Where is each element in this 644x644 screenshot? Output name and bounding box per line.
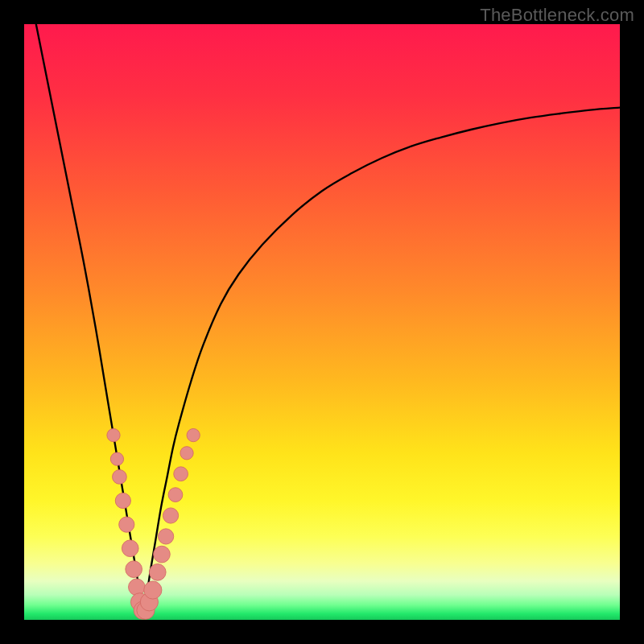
data-marker <box>180 447 193 460</box>
data-marker <box>187 428 200 441</box>
data-marker <box>154 546 171 563</box>
watermark-text: TheBottleneck.com <box>480 5 634 26</box>
data-marker <box>110 452 123 465</box>
data-marker <box>168 488 183 502</box>
data-marker <box>144 581 162 599</box>
bottleneck-curve <box>24 24 620 620</box>
data-marker <box>126 561 142 578</box>
data-marker <box>113 470 127 485</box>
data-marker <box>119 517 134 532</box>
plot-area <box>24 24 620 620</box>
chart-frame: TheBottleneck.com <box>0 0 644 644</box>
data-marker <box>149 564 166 580</box>
data-marker <box>174 467 188 481</box>
data-marker <box>115 493 130 508</box>
data-marker <box>159 529 174 544</box>
data-marker <box>129 579 146 596</box>
data-marker <box>107 428 120 441</box>
data-marker <box>122 540 138 557</box>
data-marker <box>163 508 178 523</box>
